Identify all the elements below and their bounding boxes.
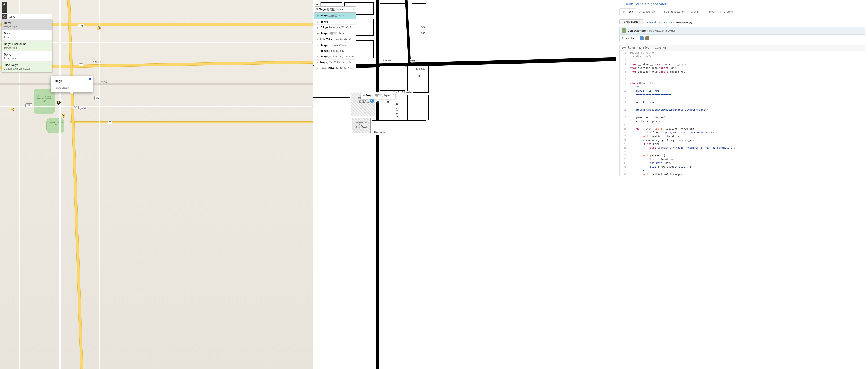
contributors-count: 2 — [622, 37, 623, 40]
search-result-item[interactable]: TokyoTōkyō Japan — [2, 20, 52, 30]
popup-subtitle: Tōkyō Japan — [54, 86, 89, 89]
bw-map-panel: 新宿中央公園 (Shinjuku Central Park) 新宿中央公園 (S… — [313, 0, 616, 369]
code-line: 20 — [620, 123, 865, 127]
code-line: 23 self.location = location — [620, 135, 865, 138]
search-result-item[interactable]: ◉Tokyo Prefecture, Tōkyō, Japan — [314, 25, 356, 30]
code-line: 31 'size': kwargs.get('size', 1) — [620, 165, 865, 169]
commit-message: Fixed Mapzen provider — [647, 29, 675, 32]
clear-icon[interactable]: ✕ — [351, 8, 355, 11]
code-line: 12 ======================= — [620, 93, 865, 96]
tab-graphs[interactable]: ⫿⫿Graphs — [717, 8, 736, 15]
search-result-item[interactable]: ⌖Little Tokyo, Los Angeles County, CA — [314, 36, 356, 42]
commit-author[interactable]: DenisCarriere — [628, 29, 646, 32]
search-result-item[interactable]: TokyoTokyo — [2, 30, 52, 40]
code-line: 26 raise ValueError('Mapzen requires a [… — [620, 146, 865, 150]
tab-pulls[interactable]: ⑂Pull requests0 — [659, 8, 687, 15]
hospital-icon: H — [97, 26, 101, 30]
owner-link[interactable]: DenisCarriere — [624, 2, 647, 6]
globe-icon: ◉ — [316, 26, 319, 29]
search-result-item[interactable]: ◉Tokyo — [314, 19, 356, 25]
svg-point-1 — [316, 8, 318, 10]
code-line: 18 provider = 'mapzen' — [620, 115, 865, 119]
road-name: 東通り (Higashi dori) — [395, 101, 399, 117]
search-result-item[interactable]: TokyoTokyo Japan — [2, 51, 52, 62]
tab-code[interactable]: <>Code — [619, 8, 636, 15]
code-line: 11 Mapzen REST API — [620, 89, 865, 93]
code-line: 3 — [620, 58, 865, 62]
road-name: Oshu kaido — [374, 131, 385, 133]
code-line: 19 method = 'geocode' — [620, 119, 865, 123]
search-box: TokyoTōkyō JapanTokyoTokyoTokyo Prefectu… — [2, 13, 52, 72]
code-line: 24 key = kwargs.get('key', mapzen_key) — [620, 138, 865, 142]
search-input[interactable] — [7, 13, 52, 20]
repo-link[interactable]: geocoder — [650, 2, 666, 6]
file-content: 1#!/usr/bin/python2# coding: utf834from … — [619, 51, 865, 176]
road-name: 青梅街道 — [409, 59, 419, 62]
tab-pulse[interactable]: ⌁Pulse — [702, 8, 717, 15]
pin-icon: ⌖ — [316, 38, 319, 41]
path-link[interactable]: geocoder — [661, 20, 674, 24]
contributors-row: 2 contributors — [619, 35, 865, 42]
file-meta: 107 lines (83 sloc) | 2.51 KB — [619, 45, 865, 51]
park-label: Shinjuku Central Park (新宿中央公園) — [36, 95, 53, 102]
branch-selector[interactable]: Branch: master — [619, 20, 644, 25]
code-line: 1#!/usr/bin/python — [620, 51, 865, 55]
zoom-in-button[interactable]: + — [2, 2, 7, 7]
search-results: TokyoTōkyō JapanTokyoTokyoTokyo Prefectu… — [2, 20, 52, 72]
popup-bold: Tokyo — [366, 94, 373, 97]
breadcrumb: geocoder/geocoder/mapzen.py — [646, 20, 692, 24]
search-result-item[interactable]: Tokyo PrefectureTōkyō Japan — [2, 40, 52, 51]
search-result-item[interactable]: ⌖Tokyo, PARIS-15E-ARRONDISSEMEN... — [314, 59, 356, 65]
close-icon[interactable]: ✖ — [88, 77, 91, 81]
close-icon[interactable]: × — [393, 93, 394, 96]
search-result-item[interactable]: Little TokyoCalifornia United States — [2, 62, 52, 72]
road-shield: 20 — [107, 121, 113, 124]
search-result-item[interactable]: ⌖Tokyo Tokyo, SAINT-DENIS, France — [314, 65, 356, 71]
search-result-item[interactable]: ◉Tokyo, 新宿区, Japan — [314, 13, 356, 19]
search-result-item[interactable]: ⌖Tokyo, Toronto, Canada — [314, 42, 356, 48]
road-name: 中央通り (Chuo dori) — [393, 91, 413, 94]
road-name: 中央通り — [101, 80, 110, 83]
code-line: 21 def __init__(self, location, **kwargs… — [620, 127, 865, 131]
map-canvas[interactable]: 新宿中央公園 (Shinjuku Central Park) 新宿中央公園 (S… — [313, 0, 616, 369]
park-label: 新宿中央公園 (Shinjuku Central Park) — [352, 121, 369, 128]
tab-issues[interactable]: ⊙Issues18 — [636, 8, 659, 15]
code-line: 32 } — [620, 169, 865, 172]
search-result-item[interactable]: ⌖Tokyo, Perugia, Italy — [314, 48, 356, 54]
osm-map-panel: Shinjuku Central Park (新宿中央公園) Shinjuku … — [0, 0, 313, 369]
zoom-controls: + − — [2, 2, 7, 13]
zoom-out-button[interactable]: − — [2, 7, 7, 13]
code-line: 16 https://mapzen.com/documentation/sear… — [620, 108, 865, 112]
globe-icon: ◉ — [316, 15, 319, 17]
code-line: 8 — [620, 78, 865, 81]
code-line: 2# coding: utf8 — [620, 55, 865, 58]
search-result-item[interactable]: ◉Tokyo, 新宿区, Japan — [314, 30, 356, 36]
avatar[interactable] — [640, 36, 644, 40]
pin-icon: ⌖ — [316, 61, 319, 64]
station-label: 副9 — [73, 106, 79, 109]
map-marker[interactable] — [370, 99, 374, 103]
search-icon — [2, 13, 7, 20]
repo-tabs: <>Code ⊙Issues18 ⑂Pull requests0 ▤Wiki ⌁… — [619, 8, 865, 15]
search-icon — [316, 8, 318, 11]
tab-wiki[interactable]: ▤Wiki — [688, 8, 702, 15]
code-line: 13 — [620, 96, 865, 100]
road-name: 青梅街道 — [93, 60, 101, 63]
map-marker[interactable] — [56, 100, 61, 107]
avatar[interactable] — [645, 36, 649, 40]
popup-title: Tokyo — [54, 79, 89, 83]
code-line: 22 self.url = 'https://search.mapzen.com… — [620, 131, 865, 135]
road-name: 職安 — [420, 32, 425, 35]
search-input[interactable] — [318, 8, 351, 11]
code-line: 15 ------------- — [620, 104, 865, 108]
path-link[interactable]: geocoder — [646, 20, 659, 24]
station-label: 副13 — [25, 104, 32, 107]
code-line: 5from geocoder.base import Base — [620, 66, 865, 70]
station-label: 副8 — [94, 96, 100, 100]
latest-commit: DenisCarriere Fixed Mapzen provider — [619, 27, 865, 35]
search-result-item[interactable]: ⌖Tokyo, MÃ¼nchen, Germany — [314, 54, 356, 59]
search-box: ✕ ◉Tokyo, 新宿区, Japan◉Tokyo◉Tokyo Prefect… — [314, 6, 356, 71]
avatar[interactable] — [622, 28, 626, 33]
globe-icon: ◉ — [316, 21, 319, 23]
code-line: 9class Mapzen(Base): — [620, 81, 865, 85]
